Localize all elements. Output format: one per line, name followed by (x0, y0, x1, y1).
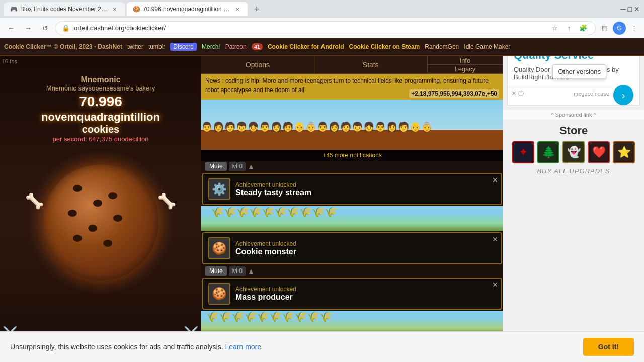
sidebar-toggle-icon[interactable]: ▤ (599, 22, 611, 34)
extensions-icon[interactable]: 🧩 (577, 22, 589, 34)
store-icon-5[interactable]: ⭐ (613, 141, 635, 163)
crowd-figure: 👦 (236, 121, 247, 132)
level-controls-1: Mute lvl 0 ▲ (201, 161, 503, 172)
cookie-chip-7 (73, 235, 82, 242)
minimize-button[interactable]: ─ (621, 5, 626, 13)
nav-steam[interactable]: Cookie Clicker on Steam (349, 43, 420, 50)
close-notif-2[interactable]: ✕ (492, 235, 498, 243)
cookie-chip-1 (73, 185, 82, 192)
achievement-text-2: Achievement unlocked Cookie monster (235, 240, 496, 256)
share-icon[interactable]: ↑ (563, 22, 575, 34)
crowd-figure: 👧 (248, 121, 259, 132)
bookmark-star-icon[interactable]: ☆ (549, 22, 561, 34)
store-icons: ✦ 🌲 👻 ❤️ ⭐ (507, 141, 640, 163)
middle-panel: Options Stats Info Legacy News : coding … (201, 56, 503, 362)
achievement-name-1: Steady tasty stream (235, 188, 496, 197)
options-button[interactable]: Options (201, 56, 314, 73)
maximize-button[interactable]: □ (628, 5, 632, 13)
mute-button-2[interactable]: Mute (205, 266, 227, 276)
forward-button[interactable]: → (21, 21, 35, 35)
crowd-figure: 👴 (410, 121, 421, 132)
fps-display: 16 fps (2, 58, 17, 64)
info-button[interactable]: Info (428, 56, 503, 65)
crowd-figure: 👦 (352, 121, 363, 132)
crowd-figure: 👨 (317, 121, 328, 132)
crowd-figure: 👨 (259, 121, 270, 132)
store-icon-2[interactable]: 🌲 (537, 141, 559, 163)
nav-twitter[interactable]: twitter (127, 43, 143, 50)
address-text: orteil.dashnet.org/cookieclicker/ (74, 24, 545, 32)
cookie-chip-4 (88, 225, 97, 232)
store-icon-4[interactable]: ❤️ (588, 141, 610, 163)
buy-all-upgrades-button[interactable]: Buy all upgrades (507, 167, 640, 175)
farm-icon-1: 🌾🌾🌾🌾🌾🌾🌾🌾🌾🌾 (211, 207, 337, 218)
mute-button-1[interactable]: Mute (205, 162, 227, 171)
arrow-up-2[interactable]: ▲ (248, 267, 255, 275)
news-area: News : coding is hip! More and more teen… (201, 74, 503, 100)
nav-badge[interactable]: 41 (252, 43, 263, 50)
nav-patreon[interactable]: Patreon (225, 43, 247, 50)
achievement-text-3: Achievement unlocked Mass producer (235, 286, 496, 302)
game-topbar: Options Stats Info Legacy (201, 56, 503, 74)
cookie-panel: 16 fps Mnemonic Mnemonic saysopensesame'… (0, 56, 201, 362)
learn-more-link[interactable]: Learn more (225, 343, 261, 351)
back-button[interactable]: ← (4, 21, 18, 35)
more-notifications[interactable]: +45 more notifications (201, 150, 503, 161)
sponsored-text: ^ Sponsored link ^ (503, 110, 644, 120)
refresh-button[interactable]: ↺ (38, 21, 52, 35)
browser-controls: ← → ↺ 🔒 orteil.dashnet.org/cookieclicker… (0, 18, 644, 38)
achievement-text-1: Achievement unlocked Steady tasty stream (235, 181, 496, 197)
store-title: Store (507, 124, 640, 137)
store-icon-3[interactable]: 👻 (562, 141, 585, 163)
cookie-button[interactable]: 🦴 🦴 (30, 152, 171, 293)
cookie-chip-8 (103, 240, 112, 247)
profile-avatar[interactable]: G (613, 22, 626, 35)
menu-icon[interactable]: ⋮ (628, 22, 640, 34)
lvl-badge-2: lvl 0 (229, 266, 246, 276)
legacy-button[interactable]: Legacy (428, 65, 503, 73)
achievement-unlocked-2: Achievement unlocked (235, 240, 496, 247)
arrow-up-1[interactable]: ▲ (248, 162, 255, 170)
cookies-label: cookies (82, 124, 119, 135)
nav-randomgen[interactable]: RandomGen (425, 43, 459, 50)
tab-2[interactable]: 🍪 70.996 novemquadragintillion c... ✕ (127, 2, 248, 16)
tab-1[interactable]: 🎮 Blox Fruits codes November 202... ✕ (4, 2, 125, 16)
nav-android[interactable]: Cookie Clicker for Android (268, 43, 344, 50)
farm-strip-1: 🌾🌾🌾🌾🌾🌾🌾🌾🌾🌾 (201, 206, 503, 231)
consent-bar: Unsurprisingly, this website uses cookie… (0, 331, 644, 362)
achievement-name-3: Mass producer (235, 293, 496, 302)
ad-arrow-button[interactable]: › (613, 85, 633, 105)
ad-info-icon[interactable]: ⓘ (518, 89, 524, 97)
game-content: Cookie Clicker™ © Orteil, 2023 - DashNet… (0, 38, 644, 362)
nav-merch[interactable]: Merch! (202, 43, 220, 50)
stats-button[interactable]: Stats (314, 56, 428, 73)
tab1-close[interactable]: ✕ (111, 5, 119, 13)
store-icon-1[interactable]: ✦ (512, 141, 534, 163)
got-it-button[interactable]: Got it! (583, 338, 634, 356)
cookie-chip-5 (113, 215, 122, 222)
bakery-subtitle: Mnemonic saysopensesame's bakery (46, 84, 155, 92)
nav-tumblr[interactable]: tumblr (148, 43, 165, 50)
tab2-favicon: 🍪 (133, 6, 140, 13)
nav-discord[interactable]: Discord (170, 43, 197, 51)
new-tab-button[interactable]: + (250, 2, 264, 16)
address-icons: ☆ ↑ 🧩 (549, 22, 589, 34)
ad-x-icon[interactable]: ✕ (512, 90, 516, 97)
crowd-figure: 👧 (363, 121, 374, 132)
game-navbar: Cookie Clicker™ © Orteil, 2023 - DashNet… (0, 38, 644, 56)
achievement-name-2: Cookie monster (235, 247, 496, 256)
tab2-close[interactable]: ✕ (233, 5, 242, 13)
tab2-title: 70.996 novemquadragintillion c... (143, 6, 230, 13)
bakery-name: Mnemonic (80, 75, 120, 84)
crowd-figure: 🧑 (282, 121, 293, 132)
other-versions-tooltip[interactable]: Other versions (552, 64, 606, 79)
close-notif-1[interactable]: ✕ (492, 176, 498, 184)
nav-idle-game-maker[interactable]: Idle Game Maker (464, 43, 510, 50)
crowd-figure: 👨 (375, 121, 386, 132)
close-notif-3[interactable]: ✕ (492, 281, 498, 289)
left-decoration: 🦴 (25, 192, 44, 210)
level-controls-2: Mute lvl 0 ▲ (201, 265, 503, 277)
close-button[interactable]: ✕ (634, 5, 640, 13)
achievement-icon-1: ⚙️ (208, 178, 230, 200)
address-bar[interactable]: 🔒 orteil.dashnet.org/cookieclicker/ ☆ ↑ … (55, 21, 596, 35)
